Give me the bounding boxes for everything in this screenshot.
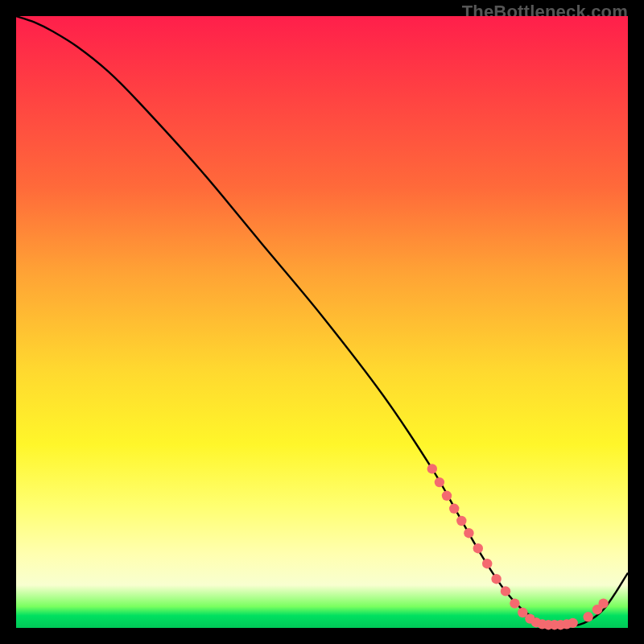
marker-dot	[435, 477, 444, 487]
marker-dot	[510, 598, 519, 608]
marker-dot	[473, 543, 483, 553]
marker-dot	[427, 464, 437, 473]
curve-line	[16, 16, 628, 626]
marker-dot	[583, 612, 592, 621]
curve-markers	[427, 464, 609, 630]
marker-dot	[598, 598, 608, 608]
marker-dot	[482, 559, 492, 568]
chart-frame: TheBottleneck.com	[0, 0, 644, 644]
marker-dot	[464, 528, 473, 538]
chart-plot-area	[16, 16, 628, 628]
chart-svg	[16, 16, 628, 628]
marker-dot	[442, 491, 452, 501]
marker-dot	[491, 574, 501, 584]
marker-dot	[449, 504, 459, 514]
marker-dot	[501, 586, 510, 596]
marker-dot	[568, 618, 577, 628]
marker-dot	[456, 516, 466, 526]
